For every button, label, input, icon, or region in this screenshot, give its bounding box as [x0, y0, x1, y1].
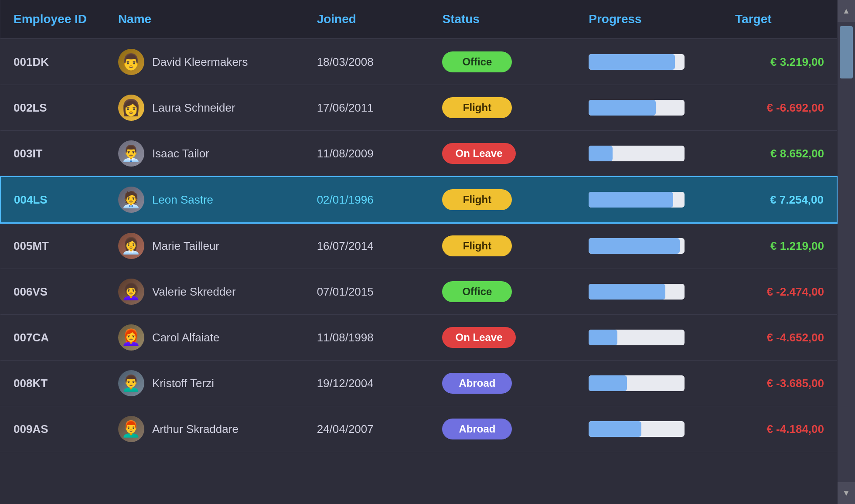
cell-name: 👩‍💼Marie Tailleur: [105, 223, 304, 269]
cell-joined: 17/06/2011: [304, 85, 429, 131]
col-header-status: Status: [429, 0, 576, 39]
cell-status: Abroad: [429, 361, 576, 406]
cell-progress: [576, 406, 722, 452]
progress-bar-fill: [589, 330, 617, 345]
status-badge: On Leave: [442, 327, 515, 348]
avatar: 👩‍🦰: [118, 324, 144, 351]
cell-progress: [576, 131, 722, 177]
status-badge: Flight: [442, 189, 512, 210]
progress-bar-container: [589, 192, 685, 208]
cell-employee-id: 007CA: [0, 315, 105, 361]
cell-target: € -3.685,00: [722, 361, 837, 406]
cell-joined: 02/01/1996: [304, 177, 429, 223]
cell-status: Abroad: [429, 406, 576, 452]
progress-bar-container: [589, 238, 685, 254]
status-badge: Flight: [442, 97, 512, 118]
cell-employee-id: 008KT: [0, 361, 105, 406]
table-row[interactable]: 007CA👩‍🦰Carol Alfaiate11/08/1998On Leave…: [0, 315, 837, 361]
employee-name: David Kleermakers: [152, 55, 248, 69]
table-row[interactable]: 009AS👨‍🦰Arthur Skraddare24/04/2007Abroad…: [0, 406, 837, 452]
cell-name: 👩‍🦱Valerie Skredder: [105, 269, 304, 315]
employee-table: Employee ID Name Joined Status Progress …: [0, 0, 838, 452]
cell-progress: [576, 315, 722, 361]
status-badge: Abroad: [442, 373, 512, 394]
col-header-target: Target: [722, 0, 837, 39]
progress-bar-fill: [589, 375, 627, 391]
cell-employee-id: 006VS: [0, 269, 105, 315]
cell-employee-id: 002LS: [0, 85, 105, 131]
cell-joined: 24/04/2007: [304, 406, 429, 452]
status-badge: Abroad: [442, 419, 512, 439]
avatar: 👩‍💼: [118, 233, 144, 259]
table-row[interactable]: 003IT👨‍💼Isaac Tailor11/08/2009On Leave€ …: [0, 131, 837, 177]
cell-employee-id: 003IT: [0, 131, 105, 177]
cell-employee-id: 004LS: [0, 177, 105, 223]
cell-employee-id: 009AS: [0, 406, 105, 452]
avatar: 👩‍🦱: [118, 279, 144, 305]
employee-name: Isaac Tailor: [152, 147, 209, 160]
cell-name: 👨‍🦰Arthur Skraddare: [105, 406, 304, 452]
col-header-employee-id: Employee ID: [0, 0, 105, 39]
status-badge: Office: [442, 51, 512, 72]
cell-status: Office: [429, 269, 576, 315]
table-row[interactable]: 006VS👩‍🦱Valerie Skredder07/01/2015Office…: [0, 269, 837, 315]
cell-status: Flight: [429, 177, 576, 223]
cell-target: € 3.219,00: [722, 39, 837, 85]
cell-employee-id: 001DK: [0, 39, 105, 85]
progress-bar-container: [589, 421, 685, 437]
avatar: 👨: [118, 49, 144, 75]
cell-name: 👩Laura Schneider: [105, 85, 304, 131]
employee-name: Valerie Skredder: [152, 285, 236, 299]
cell-employee-id: 005MT: [0, 223, 105, 269]
cell-target: € 1.219,00: [722, 223, 837, 269]
cell-target: € -4.184,00: [722, 406, 837, 452]
progress-bar-fill: [589, 421, 641, 437]
employee-name: Arthur Skraddare: [152, 422, 238, 436]
cell-status: Flight: [429, 85, 576, 131]
cell-joined: 11/08/1998: [304, 315, 429, 361]
table-row[interactable]: 005MT👩‍💼Marie Tailleur16/07/2014Flight€ …: [0, 223, 837, 269]
employee-name: Leon Sastre: [152, 193, 213, 207]
table-row[interactable]: 004LS🧑‍💼Leon Sastre02/01/1996Flight€ 7.2…: [0, 177, 837, 223]
cell-progress: [576, 177, 722, 223]
table-row[interactable]: 002LS👩Laura Schneider17/06/2011Flight€ -…: [0, 85, 837, 131]
progress-bar-container: [589, 330, 685, 345]
progress-bar-container: [589, 54, 685, 70]
employee-name: Carol Alfaiate: [152, 331, 220, 344]
cell-target: € -6.692,00: [722, 85, 837, 131]
progress-bar-fill: [589, 100, 656, 116]
cell-joined: 11/08/2009: [304, 131, 429, 177]
cell-status: On Leave: [429, 131, 576, 177]
avatar: 👩: [118, 95, 144, 121]
table-row[interactable]: 001DK👨David Kleermakers18/03/2008Office€…: [0, 39, 837, 85]
progress-bar-fill: [589, 54, 675, 70]
scroll-up-button[interactable]: ▲: [838, 0, 855, 22]
cell-status: Flight: [429, 223, 576, 269]
cell-joined: 19/12/2004: [304, 361, 429, 406]
scroll-down-button[interactable]: ▼: [838, 482, 855, 504]
col-header-joined: Joined: [304, 0, 429, 39]
cell-name: 👨‍🦱Kristoff Terzi: [105, 361, 304, 406]
status-badge: On Leave: [442, 143, 515, 164]
cell-status: Office: [429, 39, 576, 85]
employee-name: Kristoff Terzi: [152, 377, 214, 390]
cell-joined: 18/03/2008: [304, 39, 429, 85]
table-header-row: Employee ID Name Joined Status Progress …: [0, 0, 837, 39]
table-wrapper[interactable]: Employee ID Name Joined Status Progress …: [0, 0, 838, 504]
progress-bar-container: [589, 146, 685, 161]
scrollbar-thumb[interactable]: [840, 26, 853, 78]
col-header-progress: Progress: [576, 0, 722, 39]
cell-status: On Leave: [429, 315, 576, 361]
avatar: 👨‍🦱: [118, 370, 144, 396]
cell-progress: [576, 39, 722, 85]
avatar: 👨‍💼: [118, 140, 144, 167]
cell-target: € -2.474,00: [722, 269, 837, 315]
avatar: 🧑‍💼: [118, 187, 144, 213]
progress-bar-container: [589, 375, 685, 391]
status-badge: Flight: [442, 235, 512, 256]
table-row[interactable]: 008KT👨‍🦱Kristoff Terzi19/12/2004Abroad€ …: [0, 361, 837, 406]
cell-target: € -4.652,00: [722, 315, 837, 361]
avatar: 👨‍🦰: [118, 416, 144, 442]
scrollbar-track: ▲ ▼: [838, 0, 855, 504]
cell-target: € 7.254,00: [722, 177, 837, 223]
